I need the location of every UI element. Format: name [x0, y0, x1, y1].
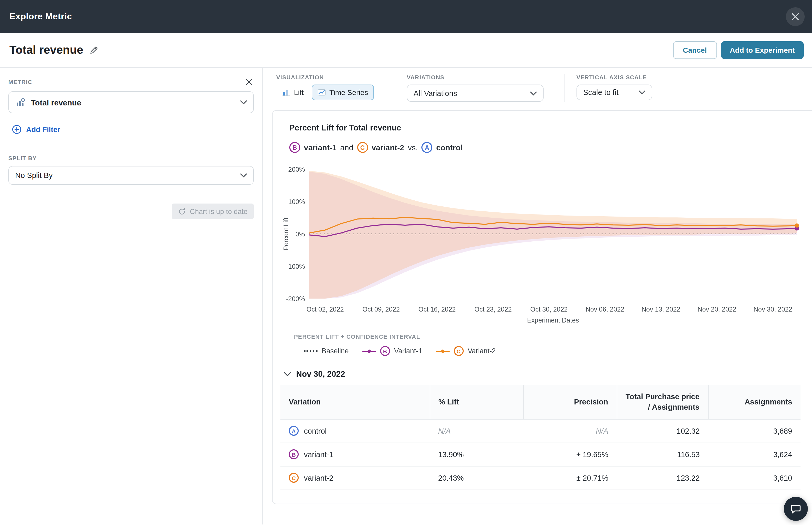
visualization-label: VISUALIZATION: [276, 74, 374, 80]
total-value: 116.53: [617, 442, 708, 466]
chart-status-button[interactable]: Chart is up to date: [172, 204, 254, 219]
close-icon: [246, 78, 253, 86]
precision-value: ± 19.65%: [523, 442, 617, 466]
variations-label: VARIATIONS: [407, 74, 544, 80]
date-section-toggle[interactable]: Nov 30, 2022: [284, 370, 800, 379]
time-series-toggle-button[interactable]: Time Series: [311, 85, 374, 100]
split-by-value: No Split By: [15, 171, 235, 180]
x-axis-label: Experiment Dates: [282, 317, 799, 324]
svg-text:Oct 02, 2022: Oct 02, 2022: [307, 305, 344, 313]
table-row: Acontrol N/A N/A 102.32 3,689: [280, 419, 800, 442]
time-series-toggle-label: Time Series: [329, 88, 368, 96]
variation-name: variant-1: [304, 450, 334, 459]
add-filter-label: Add Filter: [26, 125, 60, 134]
vertical-axis-scale-label: VERTICAL AXIS SCALE: [576, 74, 652, 80]
baseline-marker-icon: [304, 350, 318, 352]
assignments-value: 3,624: [708, 442, 800, 466]
svg-text:Oct 30, 2022: Oct 30, 2022: [530, 305, 567, 313]
col-variation: Variation: [280, 385, 430, 419]
table-row: Cvariant-2 20.43% ± 20.71% 123.22 3,610: [280, 466, 800, 490]
variations-select[interactable]: All Variations: [407, 85, 544, 102]
axis-scale-select-value: Scale to fit: [583, 88, 633, 96]
svg-text:0%: 0%: [296, 230, 305, 238]
chart-panel: VISUALIZATION Lift Time Series: [263, 68, 812, 524]
subtitle-vs: vs.: [408, 143, 418, 152]
chevron-down-icon: [240, 100, 247, 104]
variant-1-marker-icon: [363, 349, 376, 353]
cancel-button[interactable]: Cancel: [673, 41, 717, 59]
variant-2-name: variant-2: [371, 143, 404, 152]
variations-select-value: All Variations: [414, 89, 525, 97]
edit-metric-name-icon[interactable]: [89, 45, 100, 56]
refresh-icon: [178, 207, 186, 215]
chart-subtitle: B variant-1 and C variant-2 vs. A contro…: [289, 142, 800, 153]
table-header-row: Variation % Lift Precision Total Purchas…: [280, 385, 800, 419]
total-value: 102.32: [617, 419, 708, 442]
axis-scale-select[interactable]: Scale to fit: [576, 85, 652, 100]
variant-c-badge: C: [357, 142, 368, 153]
modal-title: Explore Metric: [10, 11, 72, 22]
date-section-label: Nov 30, 2022: [296, 370, 345, 379]
chart-legend: Baseline B Variant-1 C Variant-2: [289, 346, 800, 356]
lift-toggle-button[interactable]: Lift: [276, 85, 309, 100]
control-name: control: [436, 143, 463, 152]
legend-variant-2: C Variant-2: [436, 346, 496, 356]
metric-section-label: METRIC: [8, 79, 32, 85]
svg-text:200%: 200%: [288, 166, 305, 173]
total-value: 123.22: [617, 466, 708, 490]
metric-name-title: Total revenue: [10, 43, 83, 57]
variant-b-badge: B: [289, 449, 299, 459]
lift-toggle-label: Lift: [294, 88, 304, 96]
percent-lift-chart: 200%100%0%-100%-200%Oct 02, 2022Oct 09, …: [282, 159, 799, 316]
chevron-down-icon: [240, 173, 247, 177]
metric-type-icon: [15, 97, 26, 107]
percent-lift-card: Percent Lift for Total revenue B variant…: [272, 110, 812, 504]
svg-text:Oct 23, 2022: Oct 23, 2022: [474, 305, 512, 313]
col-lift: % Lift: [430, 385, 523, 419]
svg-text:Nov 06, 2022: Nov 06, 2022: [586, 305, 624, 313]
split-by-select[interactable]: No Split By: [8, 166, 254, 185]
legend-baseline: Baseline: [304, 347, 349, 355]
chevron-down-icon: [284, 372, 291, 376]
title-bar: Total revenue Cancel Add to Experiment: [0, 33, 812, 68]
close-icon: [791, 12, 799, 20]
metric-remove-button[interactable]: [245, 77, 254, 87]
variant-c-badge: C: [289, 473, 299, 483]
table-row: Bvariant-1 13.90% ± 19.65% 116.53 3,624: [280, 442, 800, 466]
add-filter-button[interactable]: Add Filter: [8, 125, 60, 134]
legend-title: PERCENT LIFT + CONFIDENCE INTERVAL: [289, 333, 800, 340]
svg-text:Nov 20, 2022: Nov 20, 2022: [697, 305, 736, 313]
chat-widget-button[interactable]: [784, 497, 808, 521]
col-precision: Precision: [523, 385, 617, 419]
divider: [564, 74, 565, 102]
variation-name: control: [304, 426, 327, 435]
legend-variant-1: B Variant-1: [363, 346, 423, 356]
variation-name: variant-2: [304, 474, 334, 482]
legend-baseline-label: Baseline: [322, 347, 349, 355]
modal-close-button[interactable]: [786, 7, 805, 26]
svg-text:Nov 30, 2022: Nov 30, 2022: [754, 305, 793, 313]
svg-text:100%: 100%: [288, 198, 305, 205]
precision-value: ± 20.71%: [523, 466, 617, 490]
svg-text:Oct 16, 2022: Oct 16, 2022: [418, 305, 456, 313]
svg-text:-200%: -200%: [286, 295, 305, 302]
metric-config-sidebar: METRIC Total revenue Add Filter: [0, 68, 263, 524]
modal-topbar: Explore Metric: [0, 0, 812, 33]
svg-text:-100%: -100%: [286, 263, 305, 270]
chart-title: Percent Lift for Total revenue: [289, 123, 800, 133]
col-total: Total Purchase price/ Assignments: [617, 385, 708, 419]
explore-metric-modal: Explore Metric Total revenue Cancel Add …: [0, 0, 812, 525]
plus-circle-icon: [12, 125, 21, 134]
legend-variant-2-label: Variant-2: [468, 347, 496, 355]
variant-c-badge: C: [454, 346, 463, 356]
chevron-down-icon: [530, 91, 537, 95]
chevron-down-icon: [639, 90, 646, 94]
variant-1-name: variant-1: [304, 143, 337, 152]
control-badge: A: [289, 426, 299, 436]
precision-value: N/A: [596, 426, 608, 435]
chart-status-label: Chart is up to date: [190, 207, 248, 215]
variant-b-badge: B: [289, 142, 300, 153]
metric-select[interactable]: Total revenue: [8, 91, 254, 113]
add-to-experiment-button[interactable]: Add to Experiment: [721, 41, 804, 59]
assignments-value: 3,689: [708, 419, 800, 442]
